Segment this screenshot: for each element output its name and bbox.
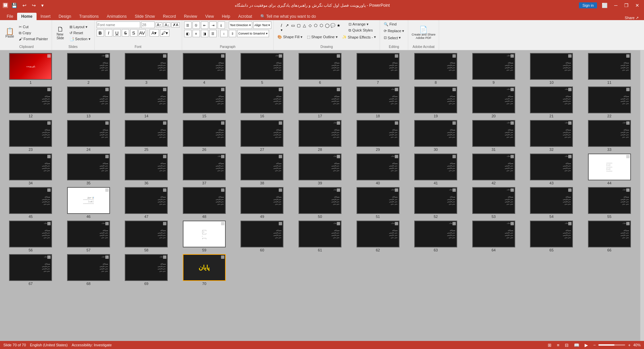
slide-item-23[interactable]: بسم‌اللهمتن فارسيمتن فارسيمتن متن23: [3, 120, 59, 152]
shape-outline-button[interactable]: ⬚ Shape Outline ▾: [305, 34, 339, 40]
shape-hexagon[interactable]: ⬡: [319, 23, 324, 28]
font-size-input[interactable]: [141, 21, 155, 28]
text-direction-button[interactable]: Text Direction ▾: [229, 21, 252, 29]
slide-item-30[interactable]: بسم‌اللهمتن فارسيمتن فارسيمتن متن30: [408, 120, 464, 152]
create-pdf-button[interactable]: 📄 Create and ShareAdobe PDF: [410, 25, 437, 40]
slide-item-6[interactable]: بسم‌اللهمتن فارسيمتن فارسيمتن متن6: [292, 53, 348, 84]
slide-item-49[interactable]: بسم‌اللهمتن فارسيمتن فارسيمتن متن49: [234, 187, 290, 219]
cut-button[interactable]: ✂ Cut: [17, 24, 50, 30]
slide-item-26[interactable]: بسم‌اللهمتن فارسيمتن فارسيمتن متن26: [176, 120, 232, 152]
tab-search[interactable]: 🔍 Tell me what you want to do: [256, 13, 320, 20]
slide-item-13[interactable]: بسم‌اللهمتن فارسيمتن فارسيمتن متن13: [61, 86, 117, 118]
minimize-button[interactable]: ─: [612, 2, 620, 9]
shape-more[interactable]: ▾: [279, 28, 284, 32]
italic-button[interactable]: I: [105, 29, 112, 37]
convert-to-smartart-button[interactable]: Convert to SmartArt ▾: [237, 30, 269, 37]
shape-rounded-rect[interactable]: ▢: [296, 23, 301, 28]
align-right-button[interactable]: ◨: [201, 30, 208, 37]
slide-item-7[interactable]: بسم‌اللهمتن فارسيمتن فارسيمتن متن7: [350, 53, 406, 84]
tab-acrobat[interactable]: Acrobat: [234, 13, 256, 20]
decrease-font-size-button[interactable]: A↓: [163, 22, 170, 27]
slide-item-37[interactable]: بسم‌اللهمتن فارسيمتن فارسيمتن متن◉ عنوان…: [176, 154, 232, 185]
align-text-button[interactable]: Align Text ▾: [253, 21, 271, 29]
slide-item-20[interactable]: بسم‌اللهمتن فارسيمتن فارسيمتن متن◉ عنوان…: [466, 86, 522, 118]
shape-ellipse[interactable]: ◯: [324, 23, 330, 28]
bold-button[interactable]: B: [97, 29, 104, 37]
columns-button[interactable]: ⫿: [218, 21, 225, 29]
slide-item-52[interactable]: بسم‌اللهمتن فارسيمتن فارسيمتن متن◉ عنوان…: [408, 187, 464, 219]
format-painter-button[interactable]: 🖌 Format Painter: [17, 36, 50, 42]
slide-item-50[interactable]: بسم‌اللهمتن فارسيمتن فارسيمتن متن◉ عنوان…: [292, 187, 348, 219]
zoom-in-button[interactable]: +: [627, 342, 632, 348]
indent-increase-button[interactable]: ⇥: [209, 21, 217, 29]
para-spacing-button[interactable]: ⇳: [229, 30, 236, 37]
bullet-list-button[interactable]: ☰: [184, 21, 192, 29]
shape-pentagon[interactable]: ⬠: [313, 23, 318, 28]
copy-button[interactable]: ⧉ Copy: [17, 30, 50, 36]
slide-item-25[interactable]: بسم‌اللهمتن فارسيمتن فارسيمتن متن25: [118, 120, 174, 152]
slide-item-67[interactable]: بسم‌اللهمتن فارسيمتن فارسيمتن متن◉ عنوان…: [3, 254, 59, 286]
shape-line[interactable]: /: [279, 23, 284, 28]
slide-item-42[interactable]: بسم‌اللهمتن فارسيمتن فارسيمتن متن◉ عنوان…: [466, 154, 522, 185]
slide-item-68[interactable]: بسم‌اللهمتن فارسيمتن فارسيمتن متن◉ عنوان…: [61, 254, 117, 286]
shape-star[interactable]: ★: [336, 23, 341, 28]
slide-item-21[interactable]: بسم‌اللهمتن فارسيمتن فارسيمتن متن◉ عنوان…: [524, 86, 580, 118]
slide-item-45[interactable]: بسم‌اللهمتن فارسيمتن فارسيمتن متن45: [3, 187, 59, 219]
slide-item-22[interactable]: بسم‌اللهمتن فارسيمتن فارسيمتن متن22: [581, 86, 637, 118]
sign-in-button[interactable]: Sign in: [579, 2, 597, 8]
align-left-button[interactable]: ◧: [184, 30, 192, 37]
tab-help[interactable]: Help: [218, 13, 234, 20]
find-button[interactable]: 🔍 Find: [382, 21, 398, 27]
slide-item-29[interactable]: بسم‌اللهمتن فارسيمتن فارسيمتن متن29: [350, 120, 406, 152]
align-center-button[interactable]: ≡: [193, 30, 200, 37]
increase-font-size-button[interactable]: A↑: [156, 22, 163, 27]
slide-item-32[interactable]: بسم‌اللهمتن فارسيمتن فارسيمتن متن◉ عنوان…: [524, 120, 580, 152]
vertical-scrollbar[interactable]: [640, 50, 644, 341]
slide-item-51[interactable]: بسم‌اللهمتن فارسيمتن فارسيمتن متن◉ عنوان…: [350, 187, 406, 219]
slide-item-59[interactable]: ┌──┐│ │└──┘↓┌──┐59: [176, 221, 232, 252]
undo-button[interactable]: ↩: [20, 2, 29, 9]
slide-item-40[interactable]: بسم‌اللهمتن فارسيمتن فارسيمتن متن◉ عنوان…: [350, 154, 406, 185]
font-color-button[interactable]: A▾: [150, 29, 159, 37]
numbered-list-button[interactable]: ①: [193, 21, 200, 29]
tab-home[interactable]: Home: [17, 13, 36, 20]
shadow-button[interactable]: S: [130, 29, 138, 37]
tab-file[interactable]: File: [3, 13, 17, 20]
slide-item-4[interactable]: بسم‌اللهمتن فارسيمتن فارسيمتن متن4: [176, 53, 232, 84]
tab-animations[interactable]: Animations: [103, 13, 130, 20]
slide-item-69[interactable]: بسم‌اللهمتن فارسيمتن فارسيمتن متن◉ عنوان…: [118, 254, 174, 286]
slide-item-56[interactable]: بسم‌اللهمتن فارسيمتن فارسيمتن متن◉ عنوان…: [3, 221, 59, 252]
slide-item-41[interactable]: بسم‌اللهمتن فارسيمتن فارسيمتن متن41: [408, 154, 464, 185]
slide-item-1[interactable]: پاورپوینت1: [3, 53, 59, 84]
tab-review[interactable]: Review: [180, 13, 201, 20]
zoom-out-button[interactable]: −: [592, 342, 597, 348]
save-button[interactable]: 💾: [9, 2, 19, 9]
slide-item-46[interactable]: 📊 جدول─────────│ داده │─────────46: [61, 187, 117, 219]
slide-item-61[interactable]: بسم‌اللهمتن فارسيمتن فارسيمتن متن◉ عنوان…: [292, 221, 348, 252]
slide-item-65[interactable]: بسم‌اللهمتن فارسيمتن فارسيمتن متن◉ عنوان…: [524, 221, 580, 252]
strikethrough-button[interactable]: S̶: [122, 29, 129, 37]
slide-item-43[interactable]: بسم‌اللهمتن فارسيمتن فارسيمتن متن◉ عنوان…: [524, 154, 580, 185]
normal-view-button[interactable]: ⊞: [546, 342, 553, 348]
slide-item-62[interactable]: بسم‌اللهمتن فارسيمتن فارسيمتن متن◉ عنوان…: [350, 221, 406, 252]
slide-item-19[interactable]: بسم‌اللهمتن فارسيمتن فارسيمتن متن19: [408, 86, 464, 118]
slide-item-15[interactable]: بسم‌اللهمتن فارسيمتن فارسيمتن متن15: [176, 86, 232, 118]
slide-item-70[interactable]: پایان70: [176, 254, 232, 286]
slide-item-28[interactable]: بسم‌اللهمتن فارسيمتن فارسيمتن متن◉ عنوان…: [292, 120, 348, 152]
slide-item-60[interactable]: بسم‌اللهمتن فارسيمتن فارسيمتن متن60: [234, 221, 290, 252]
font-name-input[interactable]: [97, 21, 140, 28]
tab-slideshow[interactable]: Slide Show: [131, 13, 159, 20]
slide-item-33[interactable]: بسم‌اللهمتن فارسيمتن فارسيمتن متن◉ عنوان…: [581, 120, 637, 152]
customize-button[interactable]: ▾: [39, 2, 46, 9]
char-spacing-button[interactable]: AV: [139, 29, 146, 37]
reset-button[interactable]: ↺ Reset: [68, 30, 92, 36]
slide-item-10[interactable]: بسم‌اللهمتن فارسيمتن فارسيمتن متن10: [524, 53, 580, 84]
quick-styles-button[interactable]: ⧉ Quick Styles: [347, 27, 374, 33]
slide-item-14[interactable]: بسم‌اللهمتن فارسيمتن فارسيمتن متن14: [118, 86, 174, 118]
slide-item-54[interactable]: بسم‌اللهمتن فارسيمتن فارسيمتن متن54: [524, 187, 580, 219]
slide-item-35[interactable]: بسم‌اللهمتن فارسيمتن فارسيمتن متن35: [61, 154, 117, 185]
new-slide-button[interactable]: 🗋 NewSlide: [54, 25, 67, 41]
slide-item-2[interactable]: بسم‌اللهمتن فارسيمتن فارسيمتن متن◉ عنوان…: [61, 53, 117, 84]
slide-item-55[interactable]: بسم‌اللهمتن فارسيمتن فارسيمتن متن◉ عنوان…: [581, 187, 637, 219]
slide-item-11[interactable]: بسم‌اللهمتن فارسيمتن فارسيمتن متن11: [581, 53, 637, 84]
